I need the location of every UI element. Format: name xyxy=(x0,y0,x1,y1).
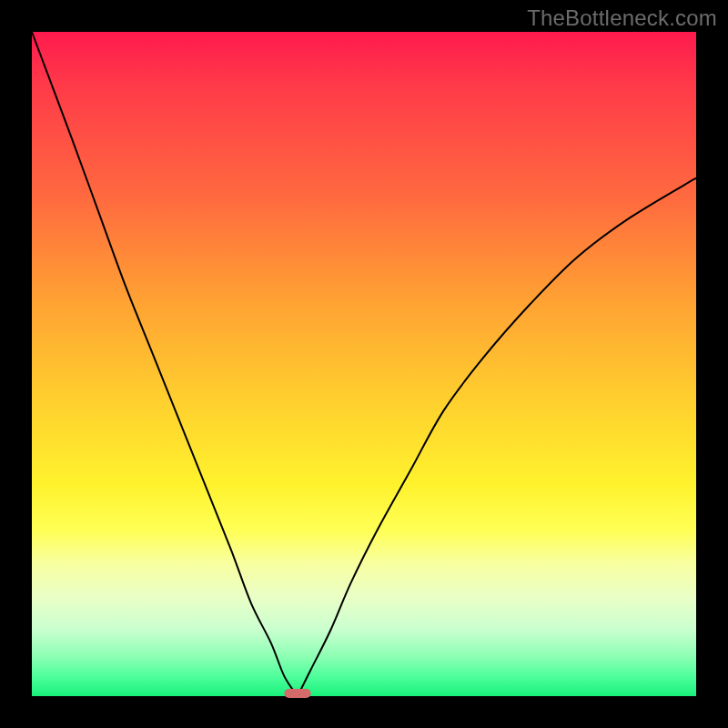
curve-right-arm xyxy=(298,178,696,696)
curve-svg xyxy=(32,32,696,696)
chart-frame: TheBottleneck.com xyxy=(0,0,728,728)
trough-marker xyxy=(284,689,310,698)
curve-left-arm xyxy=(32,32,298,696)
watermark-text: TheBottleneck.com xyxy=(527,5,717,31)
plot-area xyxy=(32,32,696,696)
